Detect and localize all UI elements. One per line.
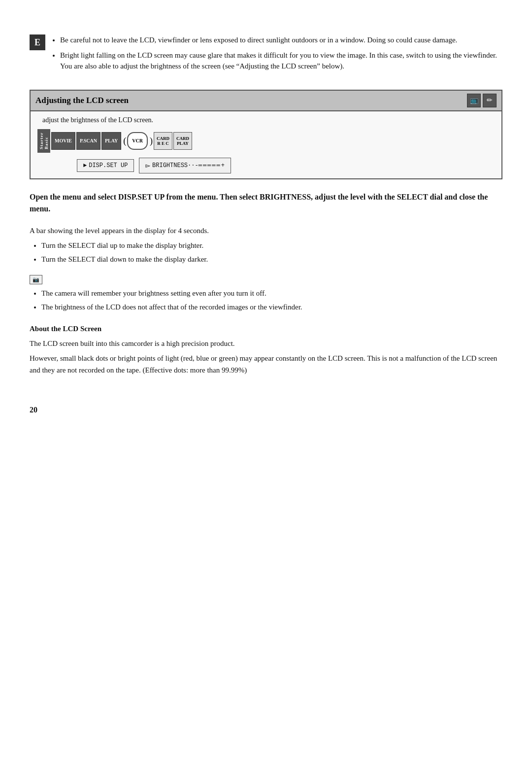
section-title: Adjusting the LCD screen — [35, 96, 467, 105]
open-paren: ( — [123, 132, 126, 150]
main-instruction: Open the menu and select DISP.SET UP fro… — [30, 191, 502, 215]
intro-bullet-2: Bright light falling on the LCD screen m… — [60, 50, 502, 72]
note-section: 📷 The camera will remember your brightne… — [30, 275, 502, 313]
play-btn[interactable]: PLAY — [101, 132, 121, 150]
page-container: E Be careful not to leave the LCD, viewf… — [30, 20, 502, 414]
e-badge: E — [30, 34, 45, 50]
diagram-area: adjust the brightness of the LCD screen.… — [30, 111, 502, 179]
about-lcd-text1: The LCD screen built into this camcorder… — [30, 338, 502, 349]
card-play-btn[interactable]: CARDPLAY — [173, 132, 192, 150]
edit-icon: ✏ — [483, 94, 497, 107]
body-bullet-2: Turn the SELECT dial down to make the di… — [41, 253, 502, 265]
note-bullet-2: The brightness of the LCD does not affec… — [41, 301, 502, 313]
brightness-box: ▻ BRIGHTNESS··-═════+ — [139, 158, 231, 173]
disp-box: ► DISP.SET UP — [77, 159, 134, 172]
intro-section: E Be careful not to leave the LCD, viewf… — [30, 34, 502, 76]
page-number: 20 — [30, 406, 502, 414]
body-section: A bar showing the level appears in the d… — [30, 225, 502, 265]
note-bullet-1: The camera will remember your brightness… — [41, 287, 502, 299]
brightness-label: BRIGHTNESS··-═════+ — [152, 162, 225, 169]
disp-row: ► DISP.SET UP ▻ BRIGHTNESS··-═════+ — [37, 158, 495, 173]
intro-text: Be careful not to leave the LCD, viewfin… — [50, 34, 502, 76]
brightness-arrow: ▻ — [145, 161, 150, 170]
about-lcd-text2: However, small black dots or bright poin… — [30, 352, 502, 376]
close-paren: ) — [150, 132, 153, 150]
vcr-btn[interactable]: VCR — [127, 132, 148, 150]
card-rec-btn[interactable]: CARDR E C — [154, 132, 172, 150]
section-heading-icons: 📺 ✏ — [467, 94, 497, 107]
movie-btn[interactable]: MOVIE — [51, 132, 75, 150]
mode-row: StarterBasic MOVIE P.SCAN PLAY ( VCR ) C… — [37, 129, 495, 153]
intro-bullet-1: Be careful not to leave the LCD, viewfin… — [60, 34, 502, 46]
note-icon: 📷 — [30, 275, 42, 284]
about-lcd-section: About the LCD Screen The LCD screen buil… — [30, 323, 502, 376]
pscan-btn[interactable]: P.SCAN — [76, 132, 100, 150]
screen-icon: 📺 — [467, 94, 481, 107]
body-bullet-1: Turn the SELECT dial up to make the disp… — [41, 239, 502, 251]
body-para1: A bar showing the level appears in the d… — [30, 225, 502, 237]
adjust-text: adjust the brightness of the LCD screen. — [37, 116, 495, 124]
section-heading-bar: Adjusting the LCD screen 📺 ✏ — [30, 90, 502, 111]
disp-arrow: ► — [83, 162, 87, 169]
sidebar-label: StarterBasic — [37, 129, 50, 153]
about-lcd-heading: About the LCD Screen — [30, 323, 502, 335]
disp-label: DISP.SET UP — [89, 162, 128, 169]
